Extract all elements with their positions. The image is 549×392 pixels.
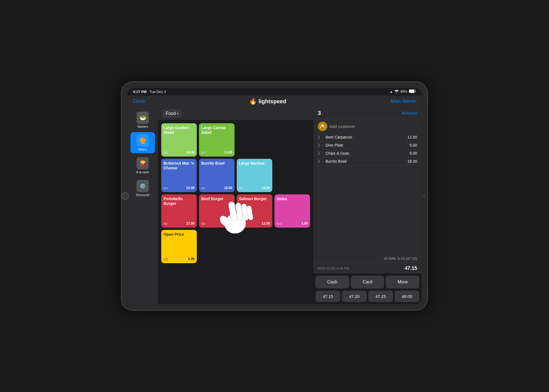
- item-code: M10: [277, 222, 283, 225]
- sidebar-item-starters[interactable]: 🥗 Starters: [130, 109, 155, 130]
- svg-rect-2: [409, 90, 414, 93]
- starters-label: Starters: [137, 125, 148, 128]
- item-code: M9: [163, 258, 168, 261]
- item-price: 12.00: [407, 135, 417, 139]
- quick-amount-1[interactable]: 47.15: [316, 291, 340, 302]
- brand-name: lightspeed: [258, 98, 286, 105]
- item-name: Beef Burger: [201, 197, 232, 201]
- add-customer-row[interactable]: Add customer: [313, 119, 422, 133]
- ipad-frame: 4:17 PM Tue Dec 3 ▲ 85%: [122, 82, 427, 310]
- menu-grid: Large Garden Salad M6 14.00 Large Caesar…: [158, 120, 313, 304]
- status-time: 4:17 PM: [133, 90, 147, 94]
- item-name: Dive Plate: [326, 143, 343, 147]
- signal-icon: ▲: [390, 90, 393, 93]
- svg-point-0: [396, 92, 397, 93]
- sidebar-item-alacarte[interactable]: 🍟 À la carte: [130, 155, 155, 176]
- server-button[interactable]: Main Server: [391, 99, 416, 104]
- item-price: 14.00: [224, 150, 232, 154]
- menu-item-sides[interactable]: Sides M10 1.00: [274, 194, 310, 228]
- quick-amounts: 47.15 47.20 47.25 48.00: [313, 291, 422, 304]
- item-price: 14.00: [186, 150, 195, 154]
- order-item[interactable]: 1 Chips & Guac 6.00: [318, 149, 417, 157]
- order-items-list: 1 Beet Carpaccio 12.00 1 Dive Plate 5.00: [313, 133, 422, 254]
- quick-amount-4[interactable]: 48.00: [395, 291, 419, 302]
- nav-bar: Close 🔥 lightspeed Main Server: [127, 96, 422, 107]
- order-total: 47.15: [405, 265, 417, 271]
- brand-icon: 🔥: [249, 98, 257, 105]
- order-date: 2019-12-03, 4:16 PM: [318, 267, 349, 270]
- sidebar: 🥗 Starters 🍔 Mains 🍟 À la carte ⚙️ Disco…: [127, 107, 158, 304]
- category-selector[interactable]: Food ▾: [162, 109, 182, 118]
- item-name: Beet Carpaccio: [326, 135, 352, 139]
- order-item[interactable]: 1 Burrito Bowl 18.00: [318, 157, 417, 165]
- quick-amount-2[interactable]: 47.20: [342, 291, 367, 302]
- alacarte-icon: 🍟: [137, 157, 149, 169]
- item-price: 17.00: [186, 222, 195, 225]
- card-button[interactable]: Card: [351, 276, 384, 288]
- item-price: 15.00: [186, 186, 195, 190]
- status-right: ▲ 85%: [390, 89, 416, 94]
- menu-item-large-nachos[interactable]: Large Nachos M1 15.00: [237, 159, 272, 192]
- starters-icon: 🥗: [137, 112, 149, 124]
- menu-item-large-caesar-salad[interactable]: Large Caesar Salad M7 14.00: [199, 123, 235, 157]
- order-item[interactable]: 1 Dive Plate 5.00: [318, 141, 417, 149]
- item-qty: 1: [318, 151, 323, 155]
- discounts-label: Discounts: [136, 193, 149, 197]
- menu-item-portobello[interactable]: Portobello Burger M6 17.00: [161, 194, 197, 228]
- item-name: Butternut Mac 'n Cheese: [163, 161, 195, 170]
- more-button[interactable]: More: [386, 276, 419, 288]
- item-code: M4: [163, 187, 168, 190]
- brand-logo: 🔥 lightspeed: [249, 98, 286, 105]
- order-header: 3 Actions: [313, 107, 422, 119]
- sidebar-item-mains[interactable]: 🍔 Mains: [130, 132, 155, 153]
- menu-item-large-garden-salad[interactable]: Large Garden Salad M6 14.00: [161, 123, 197, 157]
- item-qty: 1: [318, 135, 323, 139]
- quick-amount-3[interactable]: 47.25: [368, 291, 393, 302]
- wifi-icon: [394, 90, 399, 94]
- item-name: Burrito Bowl: [326, 159, 346, 164]
- order-item[interactable]: 1 Beet Carpaccio 12.00: [318, 133, 417, 141]
- item-price: 12.00: [262, 222, 270, 225]
- item-price: 18.00: [407, 159, 417, 164]
- item-code: M6: [163, 151, 168, 154]
- order-footer: 2019-12-03, 4:16 PM 47.15: [313, 263, 422, 273]
- item-name: Large Caesar Salad: [201, 125, 232, 135]
- item-price: 5.00: [410, 143, 417, 147]
- alacarte-label: À la carte: [136, 170, 149, 174]
- item-name: Salmon Burger: [239, 197, 270, 201]
- status-bar: 4:17 PM Tue Dec 3 ▲ 85%: [127, 88, 422, 96]
- main-content: 🥗 Starters 🍔 Mains 🍟 À la carte ⚙️ Disco…: [127, 107, 422, 304]
- item-qty: 1: [318, 143, 323, 147]
- discounts-icon: ⚙️: [137, 180, 149, 192]
- actions-button[interactable]: Actions: [402, 110, 417, 116]
- menu-item-burrito-bowl[interactable]: Burrito Bowl M2 18.00: [199, 159, 235, 192]
- menu-item-salmon-burger[interactable]: Salmon Burger M5 12.00: [237, 194, 272, 228]
- battery-text: 85%: [401, 90, 407, 94]
- chevron-down-icon: ▾: [177, 112, 178, 115]
- item-code: M1: [239, 187, 243, 190]
- order-number: 3: [318, 110, 321, 116]
- order-tax: 15.00%: 6.15 (47.15): [313, 254, 422, 263]
- home-button[interactable]: [121, 192, 129, 200]
- menu-item-butternut[interactable]: Butternut Mac 'n Cheese M4 15.00: [161, 159, 197, 192]
- item-name: Burrito Bowl: [201, 161, 232, 166]
- category-label: Food: [166, 111, 176, 116]
- item-code: M6: [163, 222, 168, 225]
- item-code: M2: [201, 187, 205, 190]
- close-button[interactable]: Close: [133, 99, 145, 104]
- right-panel: 3 Actions Add customer 1: [313, 107, 422, 304]
- menu-item-open-price[interactable]: Open Price M9 0.00: [161, 230, 197, 263]
- item-price: 14.00: [224, 222, 232, 225]
- item-name: Sides: [277, 197, 308, 201]
- mains-icon: 🍔: [137, 134, 149, 147]
- item-price: 18.00: [224, 186, 232, 190]
- add-customer-text: Add customer: [329, 124, 355, 129]
- item-qty: 1: [318, 159, 323, 164]
- mains-label: Mains: [138, 148, 147, 151]
- menu-item-beef-burger[interactable]: Beef Burger M3 14.00: [199, 194, 235, 228]
- status-date: Tue Dec 3: [149, 90, 166, 94]
- item-code: M7: [201, 151, 205, 154]
- side-dot: [423, 195, 425, 197]
- sidebar-item-discounts[interactable]: ⚙️ Discounts: [130, 178, 155, 199]
- cash-button[interactable]: Cash: [316, 276, 349, 288]
